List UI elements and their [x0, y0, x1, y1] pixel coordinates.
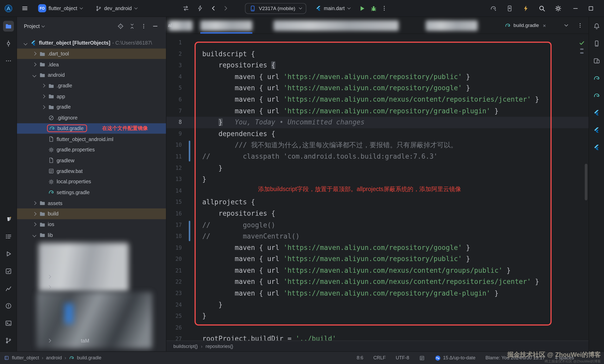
line-number[interactable]: 26 [166, 322, 182, 333]
code-line-25[interactable]: 25} [166, 311, 589, 322]
line-number[interactable]: 17 [166, 219, 182, 231]
chevron-right-icon[interactable] [31, 51, 37, 57]
project-button[interactable] [3, 21, 14, 32]
line-number[interactable]: 5 [166, 83, 182, 94]
statusbar-path-file[interactable]: build.gradle [77, 355, 101, 361]
line-number[interactable]: 6 [166, 94, 182, 106]
chevron-right-icon[interactable] [40, 93, 46, 100]
gradle-sync-button[interactable] [490, 5, 497, 12]
censored-tab[interactable] [426, 20, 478, 31]
tree-item-.gitignore[interactable]: .gitignore [17, 113, 166, 123]
tree-item-build.gradle[interactable]: build.gradle在这个文件配置镜像 [17, 123, 166, 134]
line-number[interactable]: 19 [166, 242, 182, 254]
code-line-23[interactable]: 23 maven { url 'https://maven.aliyun.com… [166, 288, 589, 299]
debug-button[interactable] [370, 5, 377, 12]
tab-build-gradle[interactable]: build.gradle × [501, 17, 550, 33]
branch-widget[interactable]: dev_android [93, 4, 139, 13]
code-line-8[interactable]: 8 } You, Today • Uncommitted changes [166, 117, 589, 128]
tree-item-gradlew.bat[interactable]: gradlew.bat [17, 166, 166, 176]
devtools-button[interactable] [3, 214, 14, 225]
code-line-13[interactable]: 13} [166, 174, 589, 185]
profiler-button[interactable] [3, 283, 14, 294]
censored-tab[interactable] [273, 20, 399, 31]
line-number[interactable]: 22 [166, 276, 182, 288]
line-number[interactable]: 25 [166, 311, 182, 322]
line-number[interactable]: 14 [166, 185, 182, 197]
editor-options-button[interactable] [577, 22, 583, 28]
bell-button[interactable] [591, 21, 602, 32]
line-number[interactable]: 12 [166, 162, 182, 174]
encoding-indicator[interactable]: UTF-8 [396, 355, 409, 361]
chevron-down-icon[interactable] [31, 72, 37, 78]
code-line-26[interactable]: 26 [166, 322, 589, 333]
settings-button[interactable] [555, 5, 562, 12]
chevron-right-icon[interactable] [31, 61, 37, 68]
code-line-2[interactable]: 2buildscript { [166, 48, 589, 60]
tree-item-android[interactable]: android [17, 70, 166, 80]
code-line-12[interactable]: 12 } [166, 162, 589, 174]
select-opened-file-button[interactable] [117, 23, 124, 29]
line-number[interactable]: 13 [166, 174, 182, 185]
sdk-manager-button[interactable] [506, 5, 513, 12]
tree-item-gradlew[interactable]: gradlew [17, 155, 166, 166]
hide-panel-button[interactable] [152, 23, 158, 29]
chevron-right-icon[interactable] [31, 221, 37, 228]
line-number[interactable]: 21 [166, 265, 182, 276]
more-run-options-button[interactable] [381, 5, 387, 11]
line-number[interactable]: 2 [166, 48, 182, 60]
chevron-down-icon[interactable] [31, 232, 37, 238]
code-line-27[interactable]: 27rootProject.buildDir = '../build' [166, 333, 589, 341]
editor-config-button[interactable] [419, 355, 425, 361]
breadcrumb-buildscript[interactable]: buildscript{} [173, 344, 198, 349]
project-panel-title[interactable]: Project [24, 23, 40, 29]
chevron-right-icon[interactable] [31, 211, 37, 217]
censored-tab[interactable] [168, 20, 193, 31]
line-number[interactable]: 24 [166, 299, 182, 311]
line-number[interactable]: 15 [166, 197, 182, 208]
tree-item-app[interactable]: app [17, 91, 166, 102]
compare-button[interactable] [182, 5, 189, 11]
vcs-sync-widget[interactable]: 15 Δ/up-to-date [435, 355, 475, 361]
device-selector[interactable]: V2317A (mobile) [245, 3, 306, 14]
collapse-all-button[interactable] [129, 23, 135, 29]
navigate-back-button[interactable] [210, 5, 217, 11]
code-line-4[interactable]: 4 maven { url 'https://maven.aliyun.com/… [166, 71, 589, 83]
line-number[interactable]: 16 [166, 208, 182, 219]
censored-tab[interactable] [200, 20, 252, 31]
tree-item-build[interactable]: build [17, 208, 166, 219]
code-line-9[interactable]: 9 dependencies { [166, 128, 589, 139]
tree-item-lib[interactable]: lib [17, 230, 166, 240]
code-line-21[interactable]: 21 maven { url 'https://maven.aliyun.com… [166, 265, 589, 276]
code-line-17[interactable]: 17// google() [166, 219, 589, 231]
chevron-down-icon[interactable] [22, 40, 29, 46]
code-line-10[interactable]: 10 /// 我不知道为什么,这里每次编译都不过，要报错。只有屏蔽掉才可以。 [166, 139, 589, 151]
inspections-ok-icon[interactable] [579, 40, 585, 46]
flutter-button[interactable] [591, 108, 602, 118]
line-number[interactable]: 11 [166, 151, 182, 162]
chevron-down-icon[interactable] [41, 24, 45, 27]
code-line-19[interactable]: 19 maven { url 'https://maven.aliyun.com… [166, 242, 589, 254]
minimize-window-button[interactable] [572, 5, 579, 11]
gradle-button[interactable] [591, 90, 602, 101]
tree-item-.idea[interactable]: .idea [17, 59, 166, 70]
code-line-1[interactable]: 1 [166, 37, 589, 48]
tree-item-.gradle[interactable]: .gradle [17, 80, 166, 91]
breadcrumb-repositories[interactable]: repositories{} [206, 344, 233, 349]
code-editor[interactable]: 12buildscript {3 repositories {4 maven {… [166, 34, 589, 341]
close-tab-icon[interactable]: × [543, 22, 546, 28]
vcs-change-bar[interactable] [189, 221, 190, 241]
code-line-22[interactable]: 22 maven { url 'https://maven.aliyun.com… [166, 276, 589, 288]
line-number[interactable]: 9 [166, 128, 182, 139]
quick-actions-button[interactable] [197, 5, 203, 11]
run-gray-button[interactable] [3, 248, 14, 259]
line-number[interactable]: 8 [166, 117, 182, 128]
line-number[interactable]: 18 [166, 231, 182, 242]
line-number[interactable]: 10 [166, 139, 182, 151]
code-line-7[interactable]: 7 maven { url 'https://maven.aliyun.com/… [166, 106, 589, 117]
code-line-11[interactable]: 11// classpath 'com.android.tools.build:… [166, 151, 589, 162]
code-line-16[interactable]: 16 repositories { [166, 208, 589, 219]
tree-item-gradle[interactable]: gradle [17, 102, 166, 112]
tree-item-ios[interactable]: ios [17, 219, 166, 230]
flutter-button[interactable] [591, 142, 602, 153]
code-line-15[interactable]: 15allprojects { [166, 197, 589, 208]
